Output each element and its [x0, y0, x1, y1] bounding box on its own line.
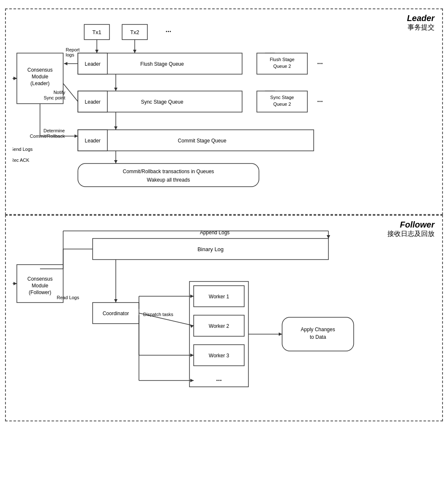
svg-marker-106 — [279, 332, 282, 336]
svg-text:Coordinator: Coordinator — [103, 311, 129, 316]
svg-text:Worker 2: Worker 2 — [209, 323, 229, 329]
svg-text:logs: logs — [66, 52, 75, 57]
svg-text:Append Logs: Append Logs — [200, 230, 230, 236]
svg-text:Sync point: Sync point — [44, 95, 65, 100]
svg-text:···: ··· — [216, 377, 221, 384]
svg-text:Queue 2: Queue 2 — [273, 102, 291, 107]
svg-text:Read Logs: Read Logs — [57, 295, 80, 300]
svg-marker-49 — [114, 126, 117, 130]
leader-title-zh: 事务提交 — [407, 23, 435, 32]
svg-text:(Follower): (Follower) — [29, 289, 51, 295]
follower-diagram: Append Logs Binary Log Consensus Module … — [13, 227, 425, 412]
svg-text:Dispatch tasks: Dispatch tasks — [143, 312, 173, 317]
svg-text:···: ··· — [165, 28, 171, 35]
svg-text:Determine: Determine — [43, 128, 65, 133]
leader-section: Leader 事务提交 Tx1 Tx2 ··· Leader Flush Sta… — [5, 8, 443, 215]
svg-text:Sync Stage Queue: Sync Stage Queue — [141, 99, 184, 105]
svg-text:Tx2: Tx2 — [130, 29, 139, 35]
svg-text:Notify: Notify — [53, 90, 66, 95]
svg-marker-103 — [190, 379, 194, 382]
svg-text:Apply Changes: Apply Changes — [301, 327, 335, 332]
svg-text:Flush Stage: Flush Stage — [270, 57, 295, 62]
svg-text:Wakeup all threads: Wakeup all threads — [147, 177, 190, 183]
main-container: Leader 事务提交 Tx1 Tx2 ··· Leader Flush Sta… — [5, 8, 443, 421]
svg-line-41 — [63, 83, 78, 102]
svg-text:Module: Module — [32, 283, 48, 289]
svg-text:Flush Stage Queue: Flush Stage Queue — [140, 61, 184, 67]
svg-text:Leader: Leader — [85, 138, 100, 144]
svg-text:Commit Stage Queue: Commit Stage Queue — [178, 138, 227, 144]
svg-text:to Data: to Data — [310, 334, 326, 340]
leader-title-en: Leader — [407, 13, 435, 23]
svg-text:Queue 2: Queue 2 — [273, 64, 291, 69]
svg-text:Worker 1: Worker 1 — [209, 294, 229, 300]
svg-text:Consensus: Consensus — [27, 67, 53, 73]
svg-marker-113 — [327, 235, 330, 238]
svg-rect-53 — [78, 163, 259, 187]
svg-marker-75 — [13, 282, 17, 285]
follower-title-zh: 接收日志及回放 — [387, 230, 435, 238]
svg-text:Leader: Leader — [85, 99, 100, 105]
svg-text:(Leader): (Leader) — [30, 80, 49, 86]
svg-text:Sync Stage: Sync Stage — [270, 95, 294, 100]
svg-marker-84 — [114, 299, 117, 303]
svg-text:Tx1: Tx1 — [92, 29, 101, 35]
svg-marker-64 — [13, 77, 17, 80]
follower-title-en: Follower — [387, 220, 435, 230]
svg-marker-100 — [190, 354, 194, 357]
svg-marker-6 — [95, 50, 99, 53]
svg-text:Send Logs: Send Logs — [13, 147, 33, 152]
svg-marker-57 — [114, 160, 117, 163]
svg-marker-40 — [114, 88, 117, 91]
svg-text:···: ··· — [317, 98, 323, 105]
follower-title-area: Follower 接收日志及回放 — [387, 220, 435, 238]
svg-text:Report: Report — [66, 47, 80, 52]
leader-diagram: Tx1 Tx2 ··· Leader Flush Stage Queue L F… — [13, 20, 425, 206]
svg-text:Rec ACK: Rec ACK — [13, 158, 29, 163]
svg-text:Worker 3: Worker 3 — [209, 353, 229, 359]
leader-title-area: Leader 事务提交 — [407, 13, 435, 32]
svg-marker-8 — [133, 50, 136, 53]
svg-text:Leader: Leader — [85, 61, 100, 67]
svg-text:···: ··· — [317, 60, 323, 67]
svg-text:Module: Module — [32, 74, 48, 80]
svg-marker-52 — [75, 134, 78, 138]
svg-marker-26 — [64, 62, 67, 65]
svg-text:Commit/Rollback transactions i: Commit/Rollback transactions in Queues — [123, 169, 214, 174]
svg-text:Consensus: Consensus — [27, 276, 53, 282]
svg-text:Binary Log: Binary Log — [197, 246, 224, 252]
svg-marker-95 — [190, 295, 194, 298]
follower-section: Follower 接收日志及回放 Append Logs Binary Log … — [5, 215, 443, 421]
